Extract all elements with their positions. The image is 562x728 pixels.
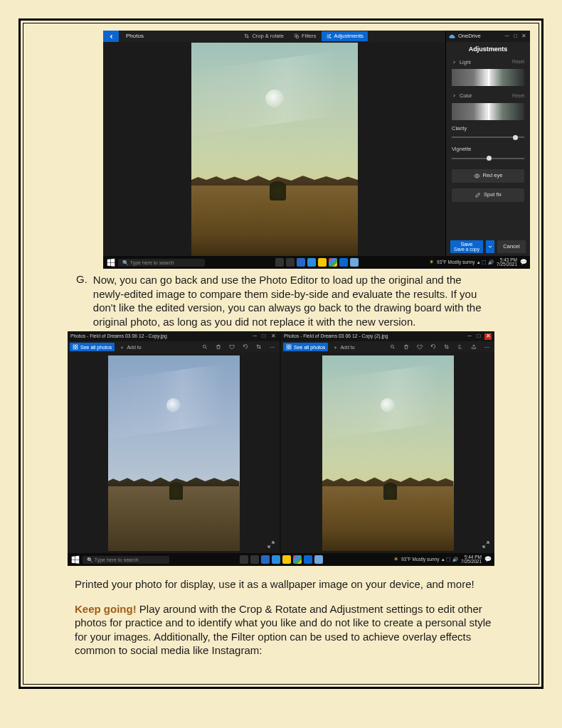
maximize-button[interactable]: □ [475,333,482,340]
right-titlebar: Photos - Field of Dreams 03 06 12 - Copy… [281,331,494,341]
weather-icon[interactable]: ☀ [393,557,398,562]
svg-rect-15 [290,348,291,349]
chevron-right-icon [452,93,457,98]
zoom-button[interactable] [387,343,398,351]
weather-text[interactable]: 93°F Mostly sunny [437,260,475,265]
app-title: Photos [123,33,144,39]
spot-fix-button[interactable]: Spot fix [452,188,524,202]
edge-icon[interactable] [307,258,316,267]
panel-heading: Adjustments [446,42,530,57]
tool-crop-rotate[interactable]: Crop & rotate [240,31,288,41]
red-eye-button[interactable]: Red eye [452,169,524,183]
svg-rect-8 [76,345,78,346]
folder-icon[interactable] [282,555,291,564]
clarity-slider[interactable] [452,134,524,141]
tool-adjustments[interactable]: Adjustments [322,31,367,41]
rotate-button[interactable] [428,343,439,351]
expand-icon[interactable] [267,540,275,549]
favorite-button[interactable] [226,343,238,351]
close-button[interactable]: ✕ [484,333,492,340]
light-histogram[interactable] [452,69,524,86]
color-histogram[interactable] [452,103,524,120]
weather-icon[interactable]: ☀ [429,259,434,265]
see-all-photos-button[interactable]: See all photos [70,343,115,351]
minimize-button[interactable]: ─ [504,33,510,40]
save-copy-label: Save a copy [454,247,479,252]
photos-app-icon[interactable] [304,555,312,564]
close-button[interactable]: ✕ [521,33,527,40]
taskbar-search[interactable]: 🔍 Type here to search [83,556,169,564]
vignette-slider[interactable] [452,155,524,162]
start-button[interactable] [106,257,116,267]
cancel-button[interactable]: Cancel [497,240,526,253]
eye-icon [474,173,480,179]
maximize-button[interactable]: □ [512,33,519,40]
notifications-icon[interactable]: 💬 [520,259,527,265]
explorer-icon[interactable] [261,555,270,564]
clock[interactable]: 5:44 PM 7/25/2021 [461,555,482,564]
explorer-icon[interactable] [297,258,305,267]
svg-point-5 [476,175,477,176]
photos-app-icon[interactable] [339,258,348,267]
close-button[interactable]: ✕ [270,333,277,340]
minimize-button[interactable]: ─ [466,333,473,340]
cortana-icon[interactable] [250,555,259,564]
clock-date: 7/25/2021 [497,262,517,267]
left-title: Photos - Field of Dreams 03 06 12 - Copy… [70,334,167,339]
expand-icon[interactable] [482,540,490,549]
cortana-icon[interactable] [286,258,295,267]
clock[interactable]: 5:43 PM 7/25/2021 [497,258,517,267]
edge-icon[interactable] [272,555,280,564]
svg-point-4 [330,37,331,38]
chrome-icon[interactable] [293,555,302,564]
weather-text[interactable]: 93°F Mostly sunny [401,557,440,562]
step-g: G. Now, you can go back and use the Phot… [76,273,487,328]
share-button[interactable] [468,343,479,351]
adjustments-icon [326,33,332,39]
folder-icon[interactable] [318,258,327,267]
back-button[interactable] [103,31,119,42]
minimize-button[interactable]: ─ [251,333,258,340]
task-view-icon[interactable] [240,555,248,564]
more-button[interactable]: ⋯ [482,343,492,351]
more-button[interactable]: ⋯ [267,343,277,351]
section-light[interactable]: Light Reset [446,57,530,68]
delete-button[interactable] [401,343,412,351]
crop-button[interactable] [253,343,265,351]
edit-button[interactable] [455,343,466,351]
rotate-button[interactable] [240,343,251,351]
light-reset[interactable]: Reset [512,60,524,65]
grid-icon [73,344,78,350]
secondary-app-icon[interactable] [314,555,323,564]
save-button[interactable]: Save Save a copy [450,240,483,253]
crop-button[interactable] [441,343,452,351]
crop-icon [256,344,262,350]
favorite-button[interactable] [414,343,425,351]
tray-indicators[interactable]: ▴ ⬚ 🔊 [477,260,494,265]
zoom-button[interactable] [199,343,211,351]
task-icons [275,258,359,267]
delete-button[interactable] [213,343,224,351]
maximize-button[interactable]: □ [260,333,267,340]
tray-indicators[interactable]: ▴ ⬚ 🔊 [442,557,458,562]
add-to-button[interactable]: ＋ Add to [117,343,144,351]
save-dropdown[interactable] [486,240,494,253]
start-button[interactable] [70,555,80,564]
paragraph-keep-going: Keep going! Play around with the Crop & … [32,602,530,658]
chrome-icon[interactable] [329,258,337,267]
share-icon [471,344,477,350]
tool-filters[interactable]: Filters [290,31,320,41]
section-color[interactable]: Color Reset [446,90,530,101]
task-view-icon[interactable] [275,258,284,267]
chevron-right-icon [452,60,457,65]
task-icons [240,555,323,564]
color-reset[interactable]: Reset [512,94,524,99]
spot-fix-label: Spot fix [484,192,502,198]
add-to-button[interactable]: ＋ Add to [330,343,357,351]
taskbar-top-screenshot: 🔍 Type here to search ☀ 93°F Mostly sunn… [103,256,530,269]
taskbar-search[interactable]: 🔍 Type here to search [118,259,205,267]
left-titlebar: Photos - Field of Dreams 03 06 12 - Copy… [68,331,280,341]
secondary-app-icon[interactable] [350,258,359,267]
see-all-photos-button[interactable]: See all photos [283,343,328,351]
notifications-icon[interactable]: 💬 [484,557,492,562]
